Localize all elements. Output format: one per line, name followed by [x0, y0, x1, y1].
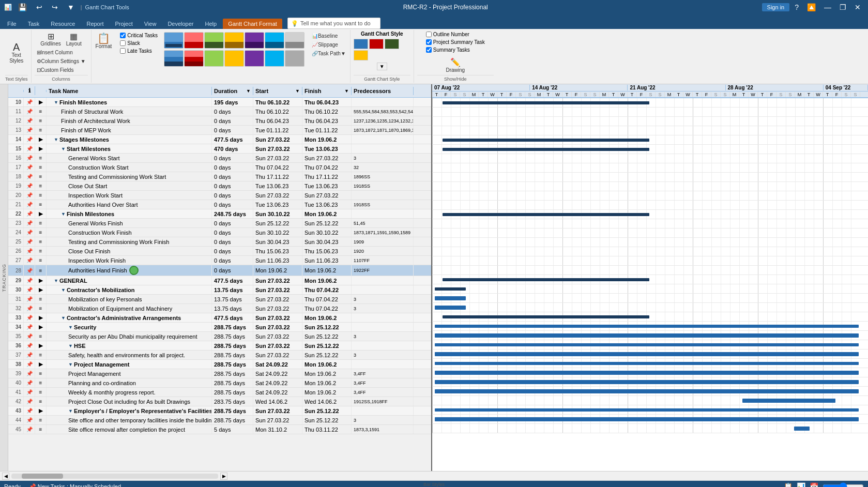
task-name-cell[interactable]: ▼Contractor's Administrative Arrangement…: [47, 313, 212, 322]
task-name-cell[interactable]: General Works Start: [47, 154, 212, 162]
task-name-cell[interactable]: ▼Stages Milestones: [47, 135, 212, 144]
task-row[interactable]: 23 📌 ≡ General Works Finish 0 days Sun 2…: [8, 219, 431, 228]
critical-tasks-check[interactable]: Critical Tasks: [119, 32, 159, 39]
task-row[interactable]: 15 📌 ▶ ▼Start Milestones 470 days Sun 27…: [8, 144, 431, 154]
minimize-button[interactable]: —: [821, 2, 834, 12]
task-name-cell[interactable]: General Works Finish: [47, 219, 212, 227]
task-row[interactable]: 35 📌 ≡ Security as per Abu Dhabi municip…: [8, 332, 431, 341]
task-name-cell[interactable]: Testing and Commissioning Work Finish: [47, 237, 212, 246]
maximize-button[interactable]: ❐: [836, 2, 849, 12]
swatch-9[interactable]: [184, 50, 204, 67]
task-name-cell[interactable]: ▼Security: [47, 323, 212, 331]
swatch-10[interactable]: [204, 50, 224, 67]
task-row[interactable]: 43 📌 ▶ ▼Employer's / Employer's Represen…: [8, 406, 431, 416]
header-task-name[interactable]: Task Name: [47, 87, 212, 95]
tab-developer[interactable]: Developer: [162, 19, 199, 29]
swatch-11[interactable]: [224, 50, 244, 67]
text-styles-button[interactable]: A TextStyles: [7, 41, 26, 65]
task-name-cell[interactable]: ▼Finish Milestones: [47, 209, 212, 218]
task-name-cell[interactable]: ▼Project Management: [47, 360, 212, 369]
task-row[interactable]: 19 📌 ≡ Close Out Start 0 days Tue 13.06.…: [8, 181, 431, 191]
summary-tasks-check[interactable]: Summary Tasks: [425, 47, 486, 53]
task-name-cell[interactable]: Mobilization of Equipment and Machinery: [47, 304, 212, 313]
task-name-cell[interactable]: Project Management: [47, 369, 212, 378]
task-name-cell[interactable]: Safety, health and environments for all …: [47, 351, 212, 359]
tell-me-input[interactable]: 💡 Tell me what you want to do: [287, 18, 380, 29]
task-row[interactable]: 18 📌 ≡ Testing and Commissioning Work St…: [8, 172, 431, 181]
scroll-area[interactable]: ◀ ▶: [0, 471, 868, 480]
task-path-button[interactable]: 🔗 Task Path ▼: [310, 50, 348, 57]
ribbon-toggle[interactable]: 🔼: [804, 2, 819, 12]
slack-check[interactable]: Slack: [119, 40, 159, 47]
swatch-13[interactable]: [265, 50, 284, 67]
task-row[interactable]: 30 📌 ▶ ▼Contractor's Mobilization 13.75 …: [8, 285, 431, 295]
tab-project[interactable]: Project: [110, 19, 138, 29]
outline-number-checkbox[interactable]: [426, 32, 432, 37]
gantt-swatch-4[interactable]: [354, 50, 368, 60]
task-row[interactable]: 36 📌 ▶ ▼HSE 288.75 days Sun 27.03.22 Sun…: [8, 341, 431, 351]
task-name-cell[interactable]: Site office and other temporary faciliti…: [47, 416, 212, 424]
save-btn[interactable]: 💾: [15, 2, 30, 12]
task-row[interactable]: 14 📌 ▶ ▼Stages Milestones 477.5 days Sun…: [8, 135, 431, 144]
task-row[interactable]: 31 📌 ≡ Mobilization of key Personals 13.…: [8, 295, 431, 304]
task-name-cell[interactable]: Close Out Start: [47, 181, 212, 190]
scroll-left-btn[interactable]: ◀: [2, 473, 9, 480]
header-duration[interactable]: Duration ▼: [212, 87, 253, 95]
format-button[interactable]: 📋 Format: [94, 32, 114, 50]
task-name-cell[interactable]: Close Out Finish: [47, 247, 212, 255]
task-row[interactable]: 32 📌 ≡ Mobilization of Equipment and Mac…: [8, 304, 431, 313]
signin-button[interactable]: Sign in: [762, 3, 790, 11]
task-name-cell[interactable]: Finish of Structural Work: [47, 107, 212, 116]
task-row[interactable]: 41 📌 ≡ Weekly & monthly progress report.…: [8, 388, 431, 397]
task-name-cell[interactable]: ▼GENERAL: [47, 276, 212, 285]
swatch-12[interactable]: [245, 50, 264, 67]
task-name-cell[interactable]: Authorities Hand Finish: [47, 265, 212, 276]
slippage-button[interactable]: 📈 Slippage: [310, 41, 348, 49]
close-button[interactable]: ✕: [851, 2, 864, 12]
task-table-body[interactable]: 10 📌 ▶ ▼Finish Milestones 195 days Thu 0…: [8, 98, 431, 471]
task-name-cell[interactable]: Mobilization of key Personals: [47, 295, 212, 303]
task-row[interactable]: 17 📌 ≡ Construction Work Start 0 days Th…: [8, 163, 431, 172]
critical-tasks-checkbox[interactable]: [120, 33, 126, 38]
custom-fields-button[interactable]: ⊡ Custom Fields: [35, 66, 88, 74]
layout-button[interactable]: ▦ Layout: [64, 32, 84, 48]
task-name-cell[interactable]: Construction Work Finish: [47, 228, 212, 237]
tab-view[interactable]: View: [139, 19, 162, 29]
swatch-6[interactable]: [265, 32, 284, 49]
task-row[interactable]: 20 📌 ≡ Inspection Work Start 0 days Sun …: [8, 191, 431, 200]
header-start[interactable]: Start ▼: [253, 87, 302, 95]
swatch-8[interactable]: [164, 50, 184, 67]
task-name-cell[interactable]: ▼Finish Milestones: [47, 98, 212, 106]
tab-resource[interactable]: Resource: [45, 19, 80, 29]
task-name-cell[interactable]: Inspection Work Start: [47, 191, 212, 200]
task-name-cell[interactable]: Planning and co-ordination: [47, 378, 212, 387]
h-scrollbar[interactable]: [11, 474, 218, 479]
gantt-style-dropdown[interactable]: ▼: [377, 63, 387, 70]
task-row[interactable]: 33 📌 ▶ ▼Contractor's Administrative Arra…: [8, 313, 431, 323]
gantt-swatch-1[interactable]: [354, 39, 368, 49]
baseline-button[interactable]: 📊 Baseline: [310, 32, 348, 40]
late-tasks-check[interactable]: Late Tasks: [119, 48, 159, 54]
task-name-cell[interactable]: Site office removal after completion the…: [47, 425, 212, 434]
task-name-cell[interactable]: Authorities Hand Over Start: [47, 200, 212, 209]
swatch-14[interactable]: [285, 50, 304, 67]
tab-help[interactable]: Help: [200, 19, 222, 29]
redo-btn[interactable]: ↪: [49, 2, 61, 12]
task-row[interactable]: 45 📌 ≡ Site office removal after complet…: [8, 425, 431, 434]
h-scrollbar-thumb[interactable]: [22, 474, 63, 479]
task-row[interactable]: 28 📌 ≡ Authorities Hand Finish 0 days Mo…: [8, 265, 431, 276]
slack-checkbox[interactable]: [120, 40, 126, 46]
task-name-cell[interactable]: Finish of Architectural Work: [47, 116, 212, 125]
task-row[interactable]: 37 📌 ≡ Safety, health and environments f…: [8, 351, 431, 360]
task-row[interactable]: 42 📌 ≡ Project Close Out including for A…: [8, 397, 431, 406]
swatch-7[interactable]: [285, 32, 304, 49]
task-row[interactable]: 13 📌 ≡ Finish of MEP Work 0 days Tue 01.…: [8, 126, 431, 135]
gridlines-button[interactable]: ⊞ Gridlines: [38, 32, 63, 48]
undo-btn[interactable]: ↩: [33, 2, 45, 12]
task-row[interactable]: 22 📌 ▶ ▼Finish Milestones 248.75 days Su…: [8, 209, 431, 219]
task-row[interactable]: 44 📌 ≡ Site office and other temporary f…: [8, 416, 431, 425]
summary-tasks-checkbox[interactable]: [426, 47, 432, 53]
header-finish[interactable]: Finish ▼: [302, 87, 352, 95]
swatch-5[interactable]: [245, 32, 264, 49]
project-summary-task-check[interactable]: Project Summary Task: [425, 39, 486, 45]
